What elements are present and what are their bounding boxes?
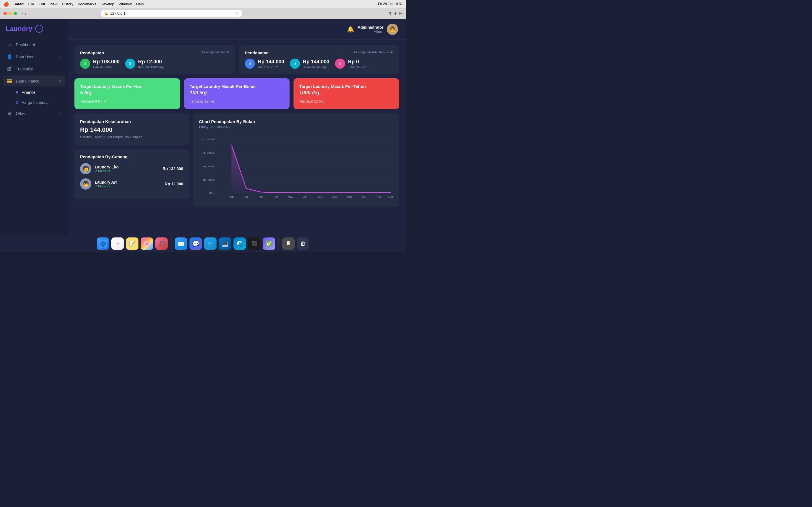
branch-period-ari: ↗ Bulan ini [95, 184, 161, 188]
main-header: 🔔 Administrator Admin 👨 [68, 19, 406, 40]
stats-item-year: $ Rp 144.000 Tahun ini 2022 [245, 59, 284, 69]
user-info: Administrator Admin [357, 25, 384, 34]
svg-text:Mar: Mar [259, 195, 263, 198]
menubar: 🍎 Safari File Edit View History Bookmark… [0, 0, 406, 8]
sidebar-item-other[interactable]: ⚙ Other › [3, 108, 65, 119]
menu-file[interactable]: File [28, 2, 34, 6]
stats-items-1: $ Rp 108.000 Hari ini Friday $ Rp 12.000… [80, 59, 229, 69]
income-desc: Seratus Empat Puluh Empat Ribu Rupiah [80, 135, 183, 139]
branch-info-eko: Laundry Eko ↗ Bulan ini [95, 165, 159, 173]
left-col: Pendapatan Keseluruhan Rp 144.000 Seratu… [74, 114, 189, 207]
sidebar-logo: Laundry ⊙ [0, 25, 68, 40]
dollar-icon-teal: $ [125, 59, 135, 69]
user-name: Administrator [357, 25, 384, 30]
menu-history[interactable]: History [62, 2, 73, 6]
dock-music[interactable]: 🎵 [155, 237, 168, 250]
main-content: 🔔 Administrator Admin 👨 Pendapatan Penda… [68, 19, 406, 235]
back-button[interactable]: ‹ [22, 11, 23, 16]
cart-icon: 🛒 [7, 66, 12, 71]
target-value-yearly: 1000 /kg [299, 90, 394, 96]
dock-mail[interactable]: ✉️ [175, 237, 187, 250]
forward-button[interactable]: › [25, 11, 27, 16]
apple-menu[interactable]: 🍎 [3, 1, 9, 7]
svg-text:Jan: Jan [229, 195, 234, 198]
stats-card-yearly: Pendapatan Pendapatan Tahuan & Bulan $ R… [239, 45, 399, 74]
gear-icon: ⚙ [7, 111, 12, 116]
svg-text:Dec: Dec [388, 195, 393, 198]
chart-svg: Rp. 160000 Rp. 120000 Rp. 80000 Rp. 4000… [199, 133, 394, 201]
branch-item-eko: 🧑 Laundry Eko ↗ Bulan ini Rp 132.000 [80, 163, 183, 174]
menu-view[interactable]: View [50, 2, 57, 6]
dock-calc[interactable]: 🖩 [282, 237, 295, 250]
sidebar: Laundry ⊙ ⌂ Dashboard 👤 Data User › 🛒 Tr… [0, 19, 68, 235]
new-tab-button[interactable]: + [394, 11, 397, 16]
dollar-icon-green: $ [80, 59, 90, 69]
dock-trash[interactable]: 🗑 [297, 237, 309, 250]
user-icon: 👤 [7, 54, 12, 59]
svg-text:Sep: Sep [347, 195, 352, 198]
sidebar-item-data-finance[interactable]: 💳 Data Finance ∨ [3, 75, 65, 87]
share-button[interactable]: ⬆ [388, 11, 392, 16]
dock-edge[interactable]: 🌊 [234, 237, 246, 250]
menu-help[interactable]: Help [136, 2, 144, 6]
address-bar[interactable]: 🔒 127.0.0.1 ↻ [101, 10, 242, 17]
notification-button[interactable]: 🔔 [347, 26, 354, 33]
fullscreen-button[interactable] [13, 12, 17, 15]
chart-area: Rp. 160000 Rp. 120000 Rp. 80000 Rp. 4000… [199, 133, 394, 201]
dock-finder[interactable]: 🔵 [97, 237, 109, 250]
income-value: Rp 144.000 [80, 126, 183, 133]
stats-label-today: Hari ini Friday [93, 65, 119, 69]
branch-name-ari: Laundry Ari [95, 180, 161, 184]
menu-window[interactable]: Window [119, 2, 132, 6]
stats-items-2: $ Rp 144.000 Tahun ini 2022 $ Rp 144.000… [245, 59, 394, 69]
svg-text:Oct: Oct [362, 195, 366, 198]
stats-title-1: Pendapatan [80, 50, 104, 55]
dock-messenger[interactable]: 💬 [190, 237, 202, 250]
dock-sep-1 [171, 238, 171, 249]
header-user: 🔔 Administrator Admin 👨 [347, 24, 398, 35]
svg-text:May: May [288, 195, 293, 198]
finance-label: Finance [21, 90, 36, 95]
chart-card: Chart Pendapatan By-Bulan Friday, Januar… [193, 114, 399, 207]
branch-amount-ari: Rp 12.000 [165, 182, 183, 186]
dock-vscode[interactable]: 💻 [219, 237, 231, 250]
target-title-monthly: Target Laundry Masuk Per-Bulan [190, 84, 284, 89]
svg-text:Apr: Apr [273, 195, 278, 198]
sidebar-item-transaksi[interactable]: 🛒 Transaksi [3, 63, 65, 74]
arrow-down-icon: ∨ [59, 79, 61, 83]
stats-item-month: $ Rp 144.000 Bulan ini January [290, 59, 329, 69]
dock-photos[interactable]: 🌸 [141, 237, 153, 250]
sidebar-item-finance[interactable]: Finance [3, 88, 65, 97]
svg-marker-10 [232, 145, 391, 193]
sidebar-item-data-user[interactable]: 👤 Data User › [3, 51, 65, 62]
dock-notes[interactable]: 📝 [126, 237, 139, 250]
other-arrow-icon: › [60, 112, 61, 115]
target-achieved-monthly: Tercapai 12 Kg [190, 99, 284, 103]
chart-title: Chart Pendapatan By-Bulan [199, 119, 394, 124]
dock-tasks[interactable]: ✅ [263, 237, 275, 250]
branch-period-eko: ↗ Bulan ini [95, 169, 159, 173]
stats-value-today: Rp 108.000 [93, 59, 119, 65]
stats-detail-last-year: Rp 0 Tahun lalu 2021 [348, 59, 370, 69]
mac-dock: 🔵 28 📝 🌸 🎵 ✉️ 💬 🐦 💻 🌊 ⬛ ✅ 🖩 🗑 [0, 235, 406, 252]
svg-text:Rp. 0: Rp. 0 [209, 191, 215, 194]
dock-calendar[interactable]: 28 [111, 237, 124, 250]
branch-title: Pendapatan By-Cabang [80, 154, 183, 159]
menu-edit[interactable]: Edit [39, 2, 45, 6]
dock-twitter[interactable]: 🐦 [204, 237, 216, 250]
stats-title-2: Pendapatan [245, 50, 269, 55]
sidebar-item-harga-laundry[interactable]: Harga Laundry [3, 98, 65, 107]
stats-card-header-2: Pendapatan Pendapatan Tahuan & Bulan [245, 50, 394, 55]
menu-develop[interactable]: Develop [101, 2, 114, 6]
sidebar-item-dashboard[interactable]: ⌂ Dashboard [3, 40, 65, 50]
tabs-button[interactable]: ⊞ [399, 11, 403, 16]
browser-actions: ⬆ + ⊞ [388, 11, 403, 16]
dock-terminal[interactable]: ⬛ [248, 237, 260, 250]
minimize-button[interactable] [8, 12, 12, 15]
app-name[interactable]: Safari [13, 2, 24, 6]
stats-detail-month: Rp 144.000 Bulan ini January [303, 59, 329, 69]
close-button[interactable] [3, 12, 7, 15]
logo-text: Laundry [6, 25, 33, 33]
menu-bookmarks[interactable]: Bookmarks [78, 2, 96, 6]
data-user-label: Data User [16, 55, 56, 59]
